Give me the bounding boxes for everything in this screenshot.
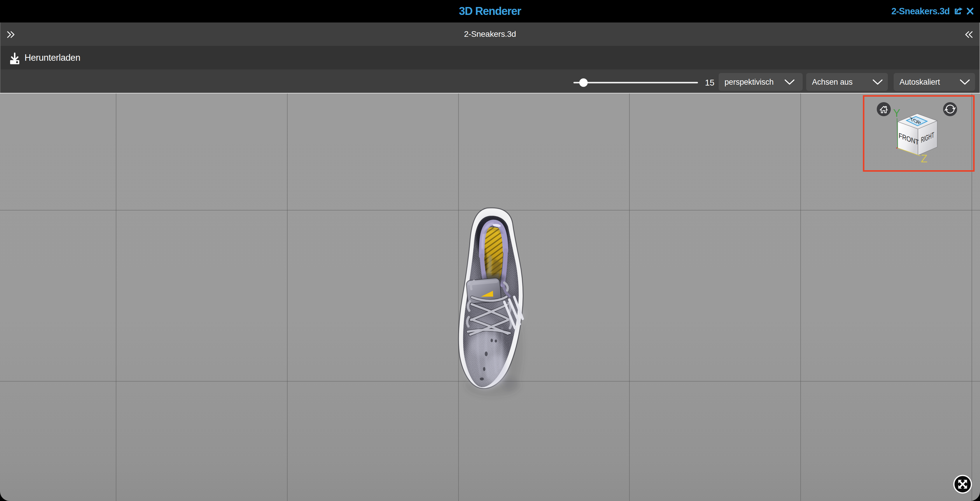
svg-text:Y: Y [893, 107, 900, 119]
svg-text:Z: Z [921, 153, 928, 165]
